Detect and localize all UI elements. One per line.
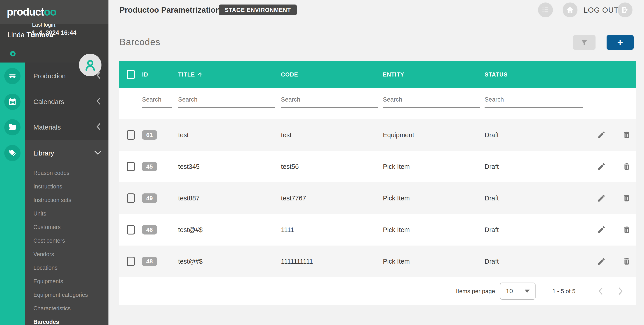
column-header-code[interactable]: CODE <box>281 71 383 78</box>
trash-icon <box>622 225 631 234</box>
filter-button[interactable] <box>573 35 596 50</box>
search-input-title[interactable] <box>178 92 275 108</box>
row-checkbox[interactable] <box>127 225 135 234</box>
edit-button[interactable] <box>597 162 606 171</box>
filter-funnel-icon <box>580 38 588 47</box>
sidebar: productoo Linda Tůmová Last login: 1. 4.… <box>0 0 108 325</box>
column-header-entity[interactable]: ENTITY <box>383 71 484 78</box>
previous-page-button[interactable] <box>598 287 604 296</box>
delete-button[interactable] <box>622 162 631 171</box>
cell-title: test345 <box>178 163 281 170</box>
sidebar-item-units[interactable]: Units <box>25 208 108 219</box>
rail-library-button[interactable] <box>4 145 20 161</box>
items-per-page-label: Items per page <box>456 288 495 295</box>
rail-calendars-button[interactable] <box>4 94 20 110</box>
sidebar-item-label: Calendars <box>33 98 64 106</box>
sidebar-item-vendors[interactable]: Vendors <box>25 248 108 260</box>
table-search-row <box>119 88 636 119</box>
sidebar-item-barcodes[interactable]: Barcodes <box>25 316 108 325</box>
delete-button[interactable] <box>622 225 631 234</box>
edit-pencil-icon <box>597 162 606 171</box>
icon-rail <box>0 63 25 325</box>
edit-pencil-icon <box>597 194 606 203</box>
sidebar-item-cost-centers[interactable]: Cost centers <box>25 235 108 246</box>
chevron-down-icon <box>94 149 102 157</box>
sidebar-item-reason-codes[interactable]: Reason codes <box>25 167 108 179</box>
items-per-page-value: 10 <box>506 287 513 295</box>
sidebar-item-instruction-sets[interactable]: Instruction sets <box>25 194 108 206</box>
edit-button[interactable] <box>597 225 606 234</box>
sidebar-item-library[interactable]: Library <box>25 142 108 164</box>
cell-entity: Equipment <box>383 131 484 139</box>
page-title: Barcodes <box>120 37 160 47</box>
edit-button[interactable] <box>597 257 606 266</box>
edit-button[interactable] <box>597 193 606 203</box>
sidebar-item-label: Production <box>33 72 66 80</box>
cell-status: Draft <box>484 163 591 170</box>
cell-status: Draft <box>484 195 591 202</box>
cell-code: test7767 <box>281 195 383 202</box>
edit-button[interactable] <box>597 130 606 140</box>
chevron-left-icon <box>96 72 102 81</box>
id-badge: 48 <box>142 257 157 266</box>
delete-button[interactable] <box>622 130 631 140</box>
last-login-value: 1. 4. 2024 16:44 <box>32 29 76 36</box>
conveyor-icon <box>8 72 17 81</box>
sidebar-item-label: Materials <box>33 123 61 131</box>
sidebar-item-production[interactable]: Production <box>25 65 108 87</box>
dropdown-caret-icon <box>525 289 530 293</box>
id-badge: 45 <box>142 162 157 171</box>
search-input-id[interactable] <box>142 92 172 108</box>
environment-badge: STAGE ENVIRONMENT <box>219 5 297 15</box>
sidebar-item-customers[interactable]: Customers <box>25 221 108 233</box>
plus-icon: + <box>617 38 623 47</box>
logo-text-accent: oo <box>44 6 56 18</box>
search-input-entity[interactable] <box>383 92 480 108</box>
search-input-code[interactable] <box>281 92 378 108</box>
sidebar-item-characteristics[interactable]: Characteristics <box>25 302 108 314</box>
delete-button[interactable] <box>622 193 631 203</box>
sidebar-menu: Production Calendars Materials Library R… <box>25 63 108 325</box>
search-input-status[interactable] <box>484 92 583 108</box>
table-row: 61 test test Equipment Draft <box>119 119 636 151</box>
cell-status: Draft <box>484 258 591 265</box>
cell-title: test887 <box>178 195 281 202</box>
sidebar-item-instructions[interactable]: Instructions <box>25 181 108 192</box>
cell-entity: Pick Item <box>383 226 484 234</box>
logout-icon <box>621 6 629 14</box>
edit-pencil-icon <box>597 225 606 234</box>
home-button[interactable] <box>562 3 578 17</box>
logout-label[interactable]: LOG OUT <box>584 6 619 15</box>
sidebar-item-locations[interactable]: Locations <box>25 262 108 273</box>
logout-button[interactable] <box>618 3 632 17</box>
table-row: 45 test345 test56 Pick Item Draft <box>119 151 636 182</box>
list-icon <box>541 6 550 14</box>
sidebar-item-materials[interactable]: Materials <box>25 116 108 138</box>
next-page-button[interactable] <box>618 287 623 296</box>
table-row: 46 test@#$ 1111 Pick Item Draft <box>119 214 636 245</box>
row-checkbox[interactable] <box>127 257 135 266</box>
sidebar-item-equipment-categories[interactable]: Equipment categories <box>25 289 108 301</box>
add-button[interactable]: + <box>606 35 634 50</box>
row-checkbox[interactable] <box>127 130 135 140</box>
select-all-checkbox[interactable] <box>127 70 135 79</box>
delete-button[interactable] <box>622 257 631 266</box>
rail-production-button[interactable] <box>4 68 20 84</box>
cell-title: test@#$ <box>178 258 281 265</box>
row-checkbox[interactable] <box>127 162 135 171</box>
cell-code: 1111111111 <box>281 258 383 265</box>
column-header-title[interactable]: TITLE <box>178 71 281 78</box>
sidebar-item-calendars[interactable]: Calendars <box>25 91 108 113</box>
app-title: Productoo Parametrization <box>120 6 220 15</box>
list-button[interactable] <box>538 3 553 17</box>
edit-pencil-icon <box>597 130 606 139</box>
column-header-status[interactable]: STATUS <box>484 71 591 78</box>
items-per-page-select[interactable]: 10 <box>500 282 536 300</box>
column-header-id[interactable]: ID <box>142 71 178 78</box>
logo-band: productoo <box>0 0 108 24</box>
cell-title: test@#$ <box>178 226 281 234</box>
row-checkbox[interactable] <box>127 193 135 203</box>
rail-materials-button[interactable] <box>4 119 20 135</box>
sidebar-item-equipments[interactable]: Equipments <box>25 275 108 287</box>
logo-text: product <box>7 6 44 18</box>
